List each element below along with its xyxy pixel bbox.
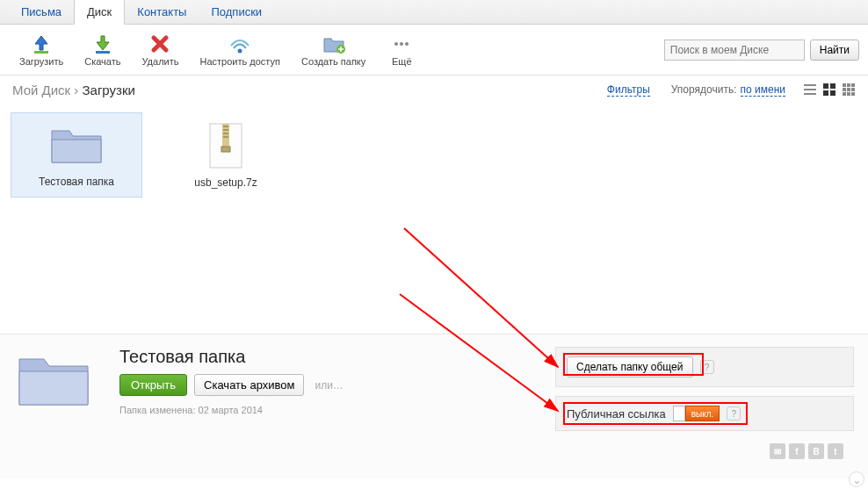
vk-share-icon[interactable]: B	[808, 443, 824, 459]
svg-rect-13	[830, 90, 835, 96]
svg-rect-17	[843, 88, 846, 91]
tab-mail[interactable]: Письма	[9, 0, 74, 24]
svg-rect-25	[223, 126, 228, 127]
expand-icon[interactable]: ⌄	[849, 471, 864, 487]
newfolder-button[interactable]: Создать папку	[291, 33, 376, 67]
archive-icon	[206, 122, 245, 169]
upload-label: Загрузить	[19, 56, 63, 67]
more-label: Ещё	[392, 56, 412, 67]
toggle-state: выкл.	[685, 406, 720, 421]
toggle-knob	[673, 406, 685, 421]
svg-rect-0	[34, 51, 48, 54]
share-folder-button[interactable]: Сделать папку общей	[567, 356, 693, 378]
public-link-toggle[interactable]: выкл.	[673, 406, 720, 421]
breadcrumb-sep: ›	[74, 83, 78, 97]
svg-rect-16	[851, 83, 855, 87]
file-label: usb_setup.7z	[166, 176, 286, 189]
svg-point-2	[238, 48, 242, 53]
details-panel: Тестовая папка Открыть Скачать архивом и…	[0, 334, 868, 478]
svg-rect-18	[847, 88, 850, 91]
svg-rect-22	[851, 92, 855, 96]
view-list-icon[interactable]	[803, 83, 817, 97]
breadcrumb-current: Загрузки	[83, 83, 135, 97]
folder-icon	[48, 122, 105, 166]
svg-point-4	[394, 42, 398, 46]
svg-rect-19	[851, 88, 855, 91]
wifi-icon	[228, 33, 252, 54]
top-tabs: Письма Диск Контакты Подписки	[0, 0, 868, 25]
view-switcher	[803, 83, 856, 97]
open-button[interactable]: Открыть	[119, 374, 187, 396]
svg-rect-29	[221, 147, 230, 152]
file-label: Тестовая папка	[17, 176, 136, 188]
svg-rect-14	[843, 83, 846, 87]
social-icons: ✉ f B t	[555, 440, 854, 459]
svg-rect-27	[223, 133, 228, 134]
public-link-label: Публичная ссылка	[567, 407, 666, 421]
svg-point-5	[400, 42, 403, 46]
search-button[interactable]: Найти	[810, 40, 859, 61]
facebook-share-icon[interactable]: f	[789, 443, 805, 459]
file-item-archive[interactable]: usb_setup.7z	[160, 112, 292, 198]
help-icon[interactable]: ?	[700, 360, 714, 374]
access-label: Настроить доступ	[199, 56, 279, 67]
upload-icon	[30, 33, 53, 54]
file-grid: Тестовая папка usb_setup.7z	[0, 104, 868, 207]
delete-icon	[149, 33, 170, 54]
twitter-share-icon[interactable]: t	[828, 443, 843, 459]
more-button[interactable]: Ещё	[376, 33, 427, 67]
upload-button[interactable]: Загрузить	[9, 33, 74, 67]
svg-rect-28	[223, 136, 228, 138]
tab-contacts[interactable]: Контакты	[125, 0, 199, 24]
details-folder-icon	[14, 347, 102, 466]
svg-rect-20	[843, 92, 846, 96]
sort-value[interactable]: по имени	[741, 83, 785, 97]
svg-rect-26	[223, 129, 228, 131]
download-label: Скачать	[84, 56, 120, 67]
tab-subscriptions[interactable]: Подписки	[199, 0, 274, 24]
details-title: Тестовая папка	[119, 347, 344, 367]
tab-disk[interactable]: Диск	[74, 0, 125, 25]
view-tiles-icon[interactable]	[842, 83, 856, 97]
svg-rect-7	[804, 84, 816, 86]
share-box: Сделать папку общей ?	[555, 347, 854, 387]
folder-plus-icon	[322, 33, 346, 54]
dots-icon	[391, 33, 412, 54]
svg-rect-8	[804, 89, 816, 90]
svg-rect-11	[830, 83, 835, 89]
delete-label: Удалить	[141, 56, 178, 67]
svg-rect-12	[823, 90, 828, 96]
help-icon[interactable]: ?	[727, 406, 741, 421]
view-grid-icon[interactable]	[822, 83, 836, 97]
filters-link[interactable]: Фильтры	[607, 83, 650, 97]
mail-share-icon[interactable]: ✉	[770, 443, 785, 459]
svg-rect-10	[823, 83, 828, 89]
toolbar: Загрузить Скачать Удалить Настроить дост…	[0, 25, 868, 76]
newfolder-label: Создать папку	[301, 56, 365, 67]
download-archive-button[interactable]: Скачать архивом	[194, 374, 304, 396]
subbar: Мой Диск › Загрузки Фильтры Упорядочить:…	[0, 76, 868, 104]
delete-button[interactable]: Удалить	[131, 33, 189, 67]
or-text[interactable]: или…	[315, 379, 343, 392]
svg-rect-1	[96, 51, 110, 54]
search-input[interactable]	[664, 40, 805, 61]
file-item-folder[interactable]: Тестовая папка	[11, 112, 142, 198]
download-button[interactable]: Скачать	[74, 33, 131, 67]
public-link-box: Публичная ссылка выкл. ?	[555, 396, 854, 431]
sort-label: Упорядочить:	[671, 83, 737, 96]
download-icon	[91, 33, 114, 54]
breadcrumb-root[interactable]: Мой Диск	[12, 83, 70, 97]
svg-rect-15	[847, 83, 850, 87]
svg-rect-21	[847, 92, 850, 96]
details-meta: Папка изменена: 02 марта 2014	[119, 405, 344, 415]
svg-rect-9	[804, 93, 816, 95]
svg-point-6	[405, 42, 409, 46]
access-button[interactable]: Настроить доступ	[189, 33, 290, 67]
breadcrumb: Мой Диск › Загрузки	[12, 83, 135, 97]
